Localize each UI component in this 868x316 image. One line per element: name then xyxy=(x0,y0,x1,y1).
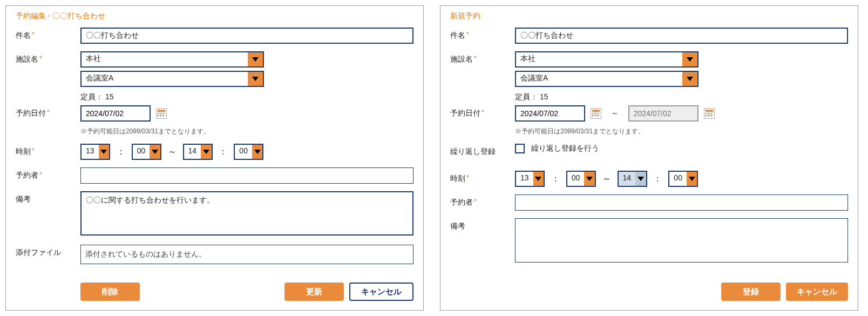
notes-label: 備考 xyxy=(16,191,80,237)
repeat-label: 繰り返し登録 xyxy=(450,144,515,157)
reserver-input xyxy=(515,194,848,211)
chevron-down-icon[interactable] xyxy=(584,172,594,186)
notes-label: 備考 xyxy=(450,218,515,264)
update-button[interactable]: 更新 xyxy=(284,283,344,301)
chevron-down-icon[interactable] xyxy=(682,72,697,86)
chevron-down-icon xyxy=(635,172,646,186)
room-select[interactable]: 会議室A xyxy=(80,71,264,87)
chevron-down-icon[interactable] xyxy=(248,72,263,86)
facility-select[interactable]: 本社 xyxy=(80,51,264,68)
repeat-checkbox-label: 繰り返し登録を行う xyxy=(531,144,599,152)
notes-textarea[interactable] xyxy=(80,191,413,236)
new-reservation-panel: 新規予約 件名* 施設名* 本社 会議室A 定員： 15 xyxy=(440,5,858,311)
capacity-text: 定員： 15 xyxy=(515,92,848,102)
chevron-down-icon[interactable] xyxy=(533,172,544,186)
time-from-min[interactable]: 00 xyxy=(566,171,596,187)
subject-label: 件名* xyxy=(16,28,80,44)
form-scroll[interactable]: 件名* 施設名* 本社 会議室A 定員： 15 予約日付 xyxy=(6,24,423,310)
room-select[interactable]: 会議室A xyxy=(515,71,699,87)
register-button[interactable]: 登録 xyxy=(721,283,781,301)
time-to-hour: 14 xyxy=(618,171,647,187)
notes-textarea[interactable] xyxy=(515,218,848,263)
date-label: 予約日付* xyxy=(450,105,515,136)
reserver-label: 予約者* xyxy=(450,194,515,211)
chevron-down-icon[interactable] xyxy=(248,52,263,66)
panel-title: 予約編集 - 〇〇打ち合わせ xyxy=(6,6,423,24)
time-from-min[interactable]: 00 xyxy=(132,144,161,160)
calendar-icon[interactable] xyxy=(704,108,715,119)
subject-input[interactable] xyxy=(515,28,848,44)
subject-input[interactable] xyxy=(80,28,413,44)
chevron-down-icon[interactable] xyxy=(682,52,697,66)
chevron-down-icon[interactable] xyxy=(99,145,109,159)
time-to-min[interactable]: 00 xyxy=(234,144,263,160)
delete-button[interactable]: 削除 xyxy=(80,283,140,301)
form-scroll[interactable]: 件名* 施設名* 本社 会議室A 定員： 15 予約日付 xyxy=(440,24,858,310)
date-note: ※予約可能日は2099/03/31までとなります。 xyxy=(515,127,848,136)
time-to-hour[interactable]: 14 xyxy=(183,144,213,160)
chevron-down-icon[interactable] xyxy=(687,172,697,186)
subject-label: 件名* xyxy=(450,28,515,44)
time-label: 時刻* xyxy=(450,171,515,187)
chevron-down-icon[interactable] xyxy=(150,145,160,159)
date-from-input[interactable] xyxy=(515,105,585,122)
date-note: ※予約可能日は2099/03/31までとなります。 xyxy=(80,127,413,136)
attachment-box[interactable]: 添付されているものはありません。 xyxy=(80,245,413,264)
cancel-button[interactable]: キャンセル xyxy=(349,283,413,301)
calendar-icon[interactable] xyxy=(591,108,601,119)
attachment-label: 添付ファイル xyxy=(16,245,80,264)
chevron-down-icon[interactable] xyxy=(252,145,262,159)
date-label: 予約日付* xyxy=(16,105,80,136)
reserver-label: 予約者* xyxy=(16,167,80,184)
date-input[interactable] xyxy=(80,105,151,122)
reserver-input xyxy=(80,167,413,184)
chevron-down-icon[interactable] xyxy=(201,145,211,159)
facility-select[interactable]: 本社 xyxy=(515,51,699,68)
time-to-min[interactable]: 00 xyxy=(668,171,698,187)
cancel-button[interactable]: キャンセル xyxy=(786,283,848,301)
edit-reservation-panel: 予約編集 - 〇〇打ち合わせ 件名* 施設名* 本社 会議室A 定員： 1 xyxy=(5,5,424,311)
repeat-checkbox[interactable] xyxy=(515,144,525,153)
calendar-icon[interactable] xyxy=(156,108,167,119)
capacity-text: 定員： 15 xyxy=(80,92,413,102)
time-label: 時刻* xyxy=(16,144,80,160)
facility-label: 施設名* xyxy=(450,51,515,68)
panel-title: 新規予約 xyxy=(440,6,858,24)
date-to-input xyxy=(628,105,699,122)
facility-label: 施設名* xyxy=(16,51,80,68)
time-from-hour[interactable]: 13 xyxy=(515,171,545,187)
time-from-hour[interactable]: 13 xyxy=(80,144,110,160)
